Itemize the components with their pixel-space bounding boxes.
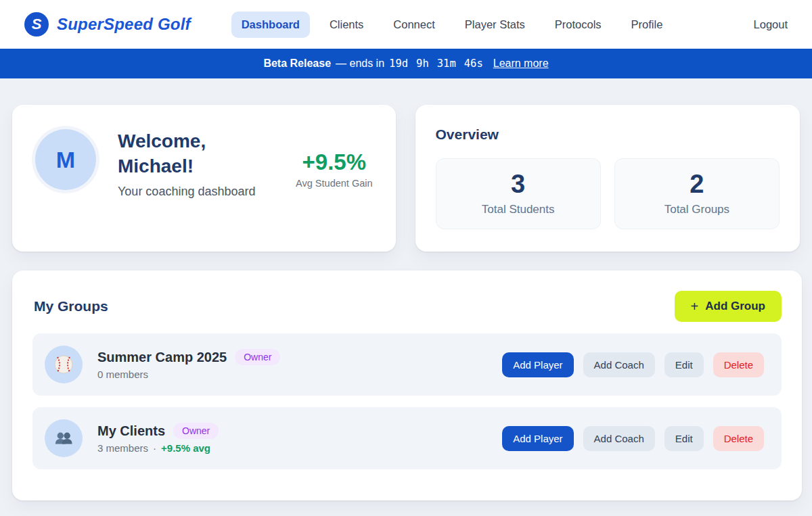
stat-total-groups: 2 Total Groups (614, 158, 780, 229)
group-avg-gain: +9.5% avg (161, 442, 210, 454)
nav-item-protocols[interactable]: Protocols (545, 11, 612, 38)
countdown-minutes: 31m (437, 57, 456, 70)
delete-button[interactable]: Delete (713, 352, 764, 377)
nav-item-clients[interactable]: Clients (319, 11, 374, 38)
stat-label: Total Groups (664, 203, 729, 216)
stat-total-students: 3 Total Students (436, 158, 601, 229)
add-coach-button[interactable]: Add Coach (583, 426, 655, 451)
nav-item-player-stats[interactable]: Player Stats (455, 11, 535, 38)
baseball-icon (53, 354, 74, 375)
countdown-hours: 9h (416, 57, 429, 70)
group-members-count: 3 members (97, 442, 148, 454)
owner-badge: Owner (235, 349, 280, 365)
owner-badge: Owner (173, 423, 219, 439)
add-player-button[interactable]: Add Player (502, 352, 573, 377)
group-name: My Clients (97, 423, 165, 439)
main-content: M Welcome, Michael! Your coaching dashbo… (0, 78, 812, 500)
welcome-title: Welcome, Michael! (118, 129, 270, 179)
banner-text: — ends in (336, 57, 384, 70)
group-members-count: 0 members (97, 369, 148, 380)
group-avatar (45, 346, 83, 383)
main-nav: Dashboard Clients Connect Player Stats P… (231, 11, 673, 38)
my-groups-title: My Groups (34, 298, 108, 314)
countdown-seconds: 46s (464, 57, 483, 70)
add-group-button[interactable]: + Add Group (675, 291, 782, 322)
edit-button[interactable]: Edit (664, 426, 704, 451)
group-row-my-clients: My Clients Owner 3 members · +9.5% avg A… (32, 407, 782, 469)
add-group-label: Add Group (705, 300, 765, 313)
nav-item-profile[interactable]: Profile (621, 11, 673, 38)
edit-button[interactable]: Edit (664, 352, 704, 377)
welcome-card: M Welcome, Michael! Your coaching dashbo… (12, 105, 396, 252)
banner-title: Beta Release (263, 57, 331, 70)
group-row-summer-camp: Summer Camp 2025 Owner 0 members Add Pla… (32, 333, 782, 396)
logout-link[interactable]: Logout (754, 18, 788, 31)
add-player-button[interactable]: Add Player (502, 426, 573, 451)
stat-value: 3 (511, 171, 525, 197)
beta-banner: Beta Release — ends in 19d 9h 31m 46s Le… (0, 49, 812, 78)
stat-value: 2 (690, 171, 704, 197)
group-avatar (45, 419, 83, 457)
user-avatar: M (35, 129, 96, 190)
welcome-subtitle: Your coaching dashboard (118, 185, 270, 199)
avg-gain-label: Avg Student Gain (296, 178, 372, 189)
countdown-timer: 19d 9h 31m 46s (389, 57, 483, 70)
nav-item-dashboard[interactable]: Dashboard (231, 11, 310, 38)
stat-label: Total Students (482, 203, 555, 216)
overview-card: Overview 3 Total Students 2 Total Groups (415, 105, 800, 252)
people-icon (53, 428, 74, 448)
overview-title: Overview (436, 126, 780, 143)
add-coach-button[interactable]: Add Coach (583, 352, 655, 377)
my-groups-card: My Groups + Add Group Summer Camp 2025 O… (12, 271, 802, 500)
brand-logo-icon: S (24, 12, 49, 37)
countdown-days: 19d (389, 57, 408, 70)
avg-gain-block: +9.5% Avg Student Gain (296, 149, 372, 227)
plus-icon: + (691, 300, 699, 313)
nav-item-connect[interactable]: Connect (383, 11, 445, 38)
delete-button[interactable]: Delete (713, 426, 764, 451)
brand[interactable]: S SuperSpeed Golf (24, 12, 191, 37)
avg-gain-value: +9.5% (296, 149, 372, 175)
brand-name: SuperSpeed Golf (57, 15, 191, 34)
top-navbar: S SuperSpeed Golf Dashboard Clients Conn… (0, 0, 812, 49)
group-sub-separator: · (153, 442, 156, 454)
learn-more-link[interactable]: Learn more (493, 57, 549, 70)
group-name: Summer Camp 2025 (97, 350, 227, 365)
